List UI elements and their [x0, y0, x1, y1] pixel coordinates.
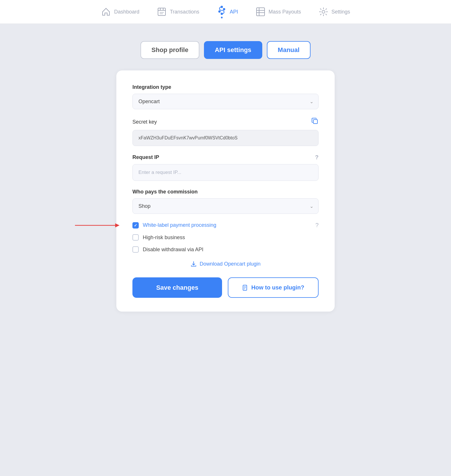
bottom-buttons: Save changes How to use plugin? — [132, 277, 319, 298]
tab-shop-profile[interactable]: Shop profile — [140, 41, 199, 59]
mass-payouts-icon — [255, 7, 266, 17]
secret-key-input[interactable] — [132, 130, 319, 146]
integration-type-label: Integration type — [132, 84, 171, 90]
svg-point-8 — [218, 10, 221, 13]
how-to-use-plugin-button[interactable]: How to use plugin? — [228, 277, 319, 298]
svg-point-7 — [223, 8, 225, 10]
svg-point-14 — [322, 10, 325, 13]
integration-type-select-wrapper: Opencart WooCommerce Magento Custom ⌄ — [132, 94, 319, 109]
tab-api-settings[interactable]: API settings — [204, 41, 262, 59]
how-to-use-plugin-label: How to use plugin? — [251, 284, 304, 291]
svg-point-6 — [221, 6, 223, 8]
transactions-icon — [157, 7, 167, 17]
save-changes-button[interactable]: Save changes — [132, 277, 222, 298]
svg-rect-10 — [257, 8, 265, 16]
copy-icon[interactable] — [311, 117, 319, 126]
nav-item-transactions[interactable]: Transactions — [157, 7, 199, 17]
svg-point-9 — [221, 13, 223, 15]
help-icon-white-label[interactable]: ? — [315, 222, 319, 229]
request-ip-input[interactable] — [132, 164, 319, 181]
nav-item-dashboard[interactable]: Dashboard — [101, 7, 139, 17]
white-label-label: White-label payment processing — [143, 222, 216, 228]
settings-card: Integration type Opencart WooCommerce Ma… — [116, 70, 335, 312]
dashboard-icon — [101, 7, 111, 17]
svg-rect-0 — [158, 8, 165, 16]
page-content: Shop profile API settings Manual Integra… — [0, 24, 451, 329]
settings-icon — [318, 7, 329, 17]
white-label-checkbox[interactable] — [132, 222, 139, 229]
white-label-checkbox-row: White-label payment processing ? — [132, 222, 319, 229]
secret-key-group: Secret key — [132, 117, 319, 146]
commission-select-wrapper: Shop Customer ⌄ — [132, 198, 319, 214]
disable-withdrawal-checkbox[interactable] — [132, 246, 139, 253]
disable-withdrawal-label: Disable withdrawal via API — [143, 247, 203, 253]
request-ip-group: Request IP ? — [132, 154, 319, 181]
integration-type-group: Integration type Opencart WooCommerce Ma… — [132, 84, 319, 109]
commission-label: Who pays the commission — [132, 189, 198, 195]
high-risk-checkbox[interactable] — [132, 234, 139, 241]
tab-manual[interactable]: Manual — [267, 41, 311, 59]
commission-group: Who pays the commission Shop Customer ⌄ — [132, 189, 319, 214]
svg-rect-15 — [313, 120, 317, 124]
commission-select[interactable]: Shop Customer — [132, 198, 319, 214]
active-indicator — [221, 17, 223, 18]
top-navigation: Dashboard Transactions — [0, 0, 451, 24]
nav-item-mass-payouts[interactable]: Mass Payouts — [255, 7, 301, 17]
download-icon — [190, 261, 197, 267]
nav-item-settings[interactable]: Settings — [318, 7, 350, 17]
plugin-doc-icon — [242, 285, 248, 291]
annotation-arrow — [75, 221, 121, 230]
tab-group: Shop profile API settings Manual — [140, 41, 310, 59]
nav-item-api[interactable]: API — [217, 5, 238, 18]
white-label-row-container: White-label payment processing ? — [132, 222, 319, 229]
help-icon-request-ip[interactable]: ? — [315, 154, 319, 161]
api-icon — [217, 5, 227, 16]
download-plugin-link[interactable]: Download Opencart plugin — [132, 261, 319, 267]
high-risk-checkbox-row: High-risk business — [132, 234, 319, 241]
high-risk-label: High-risk business — [143, 235, 185, 241]
integration-type-select[interactable]: Opencart WooCommerce Magento Custom — [132, 94, 319, 109]
svg-marker-17 — [115, 223, 120, 227]
request-ip-label: Request IP — [132, 154, 159, 160]
secret-key-label: Secret key — [132, 119, 157, 125]
secret-key-header: Secret key — [132, 117, 319, 126]
disable-withdrawal-checkbox-row: Disable withdrawal via API — [132, 246, 319, 253]
download-plugin-label: Download Opencart plugin — [200, 261, 261, 267]
